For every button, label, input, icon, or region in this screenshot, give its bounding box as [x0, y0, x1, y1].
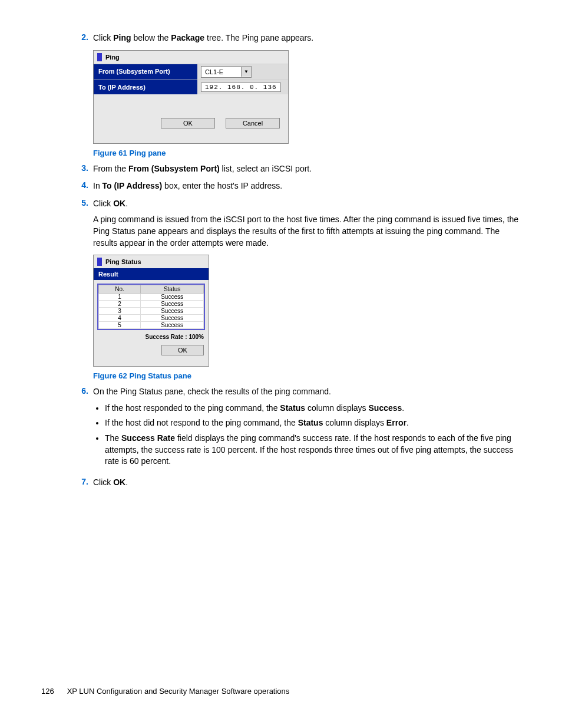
step-5-paragraph: A ping command is issued from the iSCSI … [93, 214, 521, 249]
bold: To (IP Address) [103, 181, 163, 190]
step-6-bullets: If the host responded to the ping comman… [105, 403, 521, 467]
table-row: 3Success [99, 308, 204, 315]
text: . [125, 477, 128, 487]
result-header: Result [94, 268, 209, 280]
text: column displays [323, 418, 386, 427]
text: tree. The Ping pane appears. [204, 33, 313, 42]
success-rate: Success Rate : 100% [94, 331, 209, 345]
panel-title: Ping [94, 51, 288, 64]
step-4: 4. In To (IP Address) box, enter the hos… [71, 180, 521, 192]
cell-no: 1 [99, 294, 141, 301]
step-body: Click OK. [93, 477, 521, 489]
cell-no: 5 [99, 322, 141, 329]
bold: From (Subsystem Port) [128, 164, 220, 173]
table-row: 1Success [99, 294, 204, 301]
step-num: 4. [71, 180, 93, 192]
step-7: 7. Click OK. [71, 477, 521, 489]
text: The [105, 433, 121, 443]
step-num: 5. [71, 198, 93, 249]
text: If the host responded to the ping comman… [105, 403, 280, 413]
cell-status: Success [141, 322, 204, 329]
figure-62-ping-status-pane: Ping Status Result No. Status 1Success 2… [93, 255, 209, 367]
figure-61-ping-pane: Ping From (Subsystem Port) CL1-E ▼ To (I… [93, 50, 289, 144]
text: below the [131, 33, 171, 42]
text: . [406, 418, 409, 427]
step-body: From the From (Subsystem Port) list, sel… [93, 163, 521, 175]
chevron-down-icon: ▼ [241, 67, 251, 77]
cell-no: 4 [99, 315, 141, 322]
bold: Status [280, 403, 305, 413]
text: column displays [305, 403, 368, 413]
step-3: 3. From the From (Subsystem Port) list, … [71, 163, 521, 175]
text: If the host did not respond to the ping … [105, 418, 298, 427]
text: list, select an iSCSI port. [220, 164, 312, 173]
title-bar-icon [97, 53, 102, 61]
list-item: If the host responded to the ping comman… [105, 403, 521, 414]
bold: OK [113, 477, 125, 487]
text: From the [93, 164, 128, 173]
step-6: 6. On the Ping Status pane, check the re… [71, 386, 521, 471]
bold: Package [171, 33, 204, 42]
col-status: Status [141, 285, 204, 294]
panel-title-text: Ping [105, 54, 120, 61]
step-5: 5. Click OK. A ping command is issued fr… [71, 198, 521, 249]
cell-no: 3 [99, 308, 141, 315]
cell-status: Success [141, 315, 204, 322]
cell-status: Success [141, 308, 204, 315]
to-ip-address-input[interactable]: 192. 168. 0. 136 [201, 83, 281, 92]
figure-62-caption: Figure 62 Ping Status pane [93, 371, 521, 380]
step-body: Click Ping below the Package tree. The P… [93, 32, 521, 44]
footer: 126 XP LUN Configuration and Security Ma… [41, 687, 289, 696]
cancel-button[interactable]: Cancel [226, 118, 280, 129]
cell-no: 2 [99, 301, 141, 308]
step-2: 2. Click Ping below the Package tree. Th… [71, 32, 521, 44]
to-row: To (IP Address) 192. 168. 0. 136 [94, 80, 288, 94]
text: In [93, 181, 103, 190]
status-table: No. Status 1Success 2Success 3Success 4S… [97, 284, 205, 330]
cell-status: Success [141, 294, 204, 301]
to-field-cell: 192. 168. 0. 136 [197, 80, 288, 94]
text: . [125, 199, 128, 208]
from-subsystem-port-select[interactable]: CL1-E ▼ [201, 66, 252, 78]
bold: Success [369, 403, 402, 413]
table-row: 2Success [99, 301, 204, 308]
step-body: In To (IP Address) box, enter the host's… [93, 180, 521, 192]
step-6-text: On the Ping Status pane, check the resul… [93, 386, 521, 398]
text: Click [93, 33, 113, 42]
bold: Status [298, 418, 323, 427]
step-body: Click OK. A ping command is issued from … [93, 198, 521, 249]
to-label: To (IP Address) [94, 80, 197, 94]
panel-title-text: Ping Status [105, 258, 141, 265]
button-row: OK Cancel [94, 94, 288, 143]
footer-section: XP LUN Configuration and Security Manage… [67, 687, 290, 696]
table-row: 4Success [99, 315, 204, 322]
bold: OK [113, 199, 125, 208]
step-num: 6. [71, 386, 93, 471]
from-label: From (Subsystem Port) [94, 64, 197, 80]
text: box, enter the host's IP address. [162, 181, 282, 190]
ok-row: OK [94, 345, 209, 355]
panel-title: Ping Status [94, 255, 209, 268]
table-row: 5Success [99, 322, 204, 329]
page-number: 126 [41, 687, 65, 696]
from-field-cell: CL1-E ▼ [197, 64, 288, 80]
from-value: CL1-E [201, 68, 241, 75]
title-bar-icon [97, 258, 102, 266]
figure-61-caption: Figure 61 Ping pane [93, 149, 521, 157]
bold: Success Rate [121, 433, 175, 443]
cell-status: Success [141, 301, 204, 308]
ok-button[interactable]: OK [161, 118, 215, 129]
col-no: No. [99, 285, 141, 294]
step-body: On the Ping Status pane, check the resul… [93, 386, 521, 471]
step-num: 7. [71, 477, 93, 489]
ok-button[interactable]: OK [161, 345, 204, 355]
text: Click [93, 477, 113, 487]
from-row: From (Subsystem Port) CL1-E ▼ [94, 64, 288, 80]
step-num: 3. [71, 163, 93, 175]
text: Click [93, 199, 113, 208]
step-num: 2. [71, 32, 93, 44]
list-item: The Success Rate field displays the ping… [105, 433, 521, 467]
list-item: If the host did not respond to the ping … [105, 417, 521, 429]
bold: Ping [113, 33, 131, 42]
text: . [402, 403, 404, 413]
